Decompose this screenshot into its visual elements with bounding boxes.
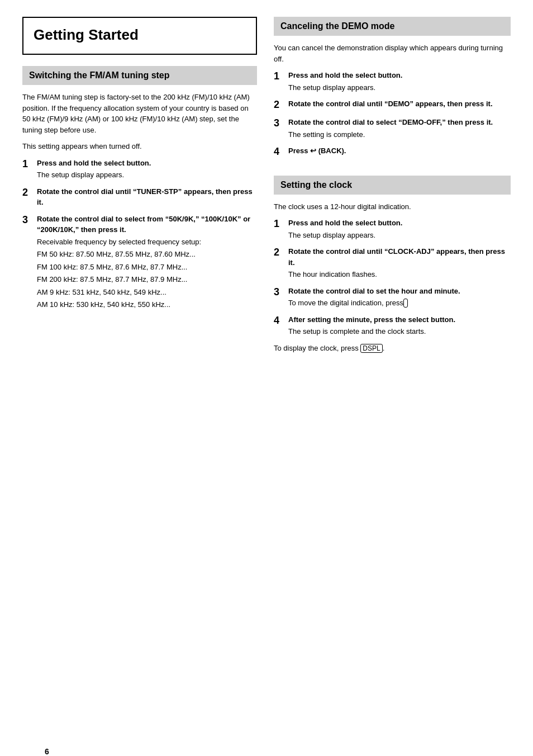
page-number: 6 <box>45 747 49 756</box>
demo-step-3: 3 Rotate the control dial to select “DEM… <box>274 117 511 140</box>
clock-step-4-title: After setting the minute, press the sele… <box>288 315 455 324</box>
step-3-sub: Receivable frequency by selected frequen… <box>37 237 257 248</box>
demo-step-3-title: Rotate the control dial to select “DEMO-… <box>288 118 493 126</box>
getting-started-box: Getting Started <box>22 17 257 55</box>
demo-step-num-2: 2 <box>274 98 286 111</box>
demo-step-2-content: Rotate the control dial until “DEMO” app… <box>288 98 511 110</box>
clock-step-1-content: Press and hold the select button. The se… <box>288 218 511 240</box>
clock-step-2-title: Rotate the control dial until “CLOCK-ADJ… <box>288 247 505 267</box>
step-1-sub: The setup display appears. <box>37 169 257 181</box>
step-number-1: 1 <box>22 158 35 171</box>
clock-step-4: 4 After setting the minute, press the se… <box>274 314 511 337</box>
step-2-title: Rotate the control dial until “TUNER-STP… <box>37 187 253 207</box>
clock-title: Setting the clock <box>280 180 504 190</box>
demo-step-4: 4 Press ↩ (BACK). <box>274 145 511 158</box>
demo-step-1-content: Press and hold the select button. The se… <box>288 70 511 93</box>
clock-footer-post: . <box>383 344 385 352</box>
clock-step-num-1: 1 <box>274 218 286 230</box>
step-3-title: Rotate the control dial to select from “… <box>37 215 250 234</box>
step-3-detail-3: AM 9 kHz: 531 kHz, 540 kHz, 549 kHz... <box>37 287 257 298</box>
clock-step-2-sub: The hour indication flashes. <box>288 269 511 280</box>
getting-started-title: Getting Started <box>34 26 246 44</box>
demo-intro: You can cancel the demonstration display… <box>274 42 511 64</box>
demo-steps: 1 Press and hold the select button. The … <box>274 70 511 159</box>
step-2-content: Rotate the control dial until “TUNER-STP… <box>37 186 257 208</box>
demo-step-2: 2 Rotate the control dial until “DEMO” a… <box>274 98 511 111</box>
clock-step-num-3: 3 <box>274 286 286 299</box>
clock-section-header: Setting the clock <box>274 176 511 195</box>
demo-step-1-title: Press and hold the select button. <box>288 71 402 79</box>
demo-step-num-1: 1 <box>274 70 286 83</box>
clock-step-1-title: Press and hold the select button. <box>288 219 402 227</box>
demo-step-1: 1 Press and hold the select button. The … <box>274 70 511 93</box>
step-3-detail-4: AM 10 kHz: 530 kHz, 540 kHz, 550 kHz... <box>37 299 257 310</box>
clock-steps: 1 Press and hold the select button. The … <box>274 218 511 337</box>
demo-step-num-3: 3 <box>274 117 286 130</box>
switching-title: Switching the FM/AM tuning step <box>29 70 250 81</box>
switching-step-1: 1 Press and hold the select button. The … <box>22 158 257 181</box>
step-3-content: Rotate the control dial to select from “… <box>37 214 257 310</box>
left-column: Getting Started Switching the FM/AM tuni… <box>22 17 257 359</box>
clock-step-2: 2 Rotate the control dial until “CLOCK-A… <box>274 246 511 280</box>
switching-section-header: Switching the FM/AM tuning step <box>22 66 257 85</box>
switching-steps: 1 Press and hold the select button. The … <box>22 158 257 310</box>
demo-section: Canceling the DEMO mode You can cancel t… <box>274 17 511 159</box>
clock-footer-pre: To display the clock, press <box>274 344 360 352</box>
step-number-2: 2 <box>22 186 35 199</box>
step-1-title: Press and hold the select button. <box>37 159 151 167</box>
demo-step-2-title: Rotate the control dial until “DEMO” app… <box>288 100 493 108</box>
demo-title: Canceling the DEMO mode <box>280 21 504 31</box>
switching-step-2: 2 Rotate the control dial until “TUNER-S… <box>22 186 257 208</box>
clock-step-1: 1 Press and hold the select button. The … <box>274 218 511 240</box>
step-1-content: Press and hold the select button. The se… <box>37 158 257 181</box>
demo-step-num-4: 4 <box>274 145 286 158</box>
clock-step-3-content: Rotate the control dial to set the hour … <box>288 286 511 309</box>
switching-intro: The FM/AM tuning step is factory-set to … <box>22 92 257 135</box>
demo-step-1-sub: The setup display appears. <box>288 82 511 93</box>
step-3-detail-2: FM 200 kHz: 87.5 MHz, 87.7 MHz, 87.9 MHz… <box>37 274 257 285</box>
clock-step-3-title: Rotate the control dial to set the hour … <box>288 287 460 295</box>
demo-step-3-content: Rotate the control dial to select “DEMO-… <box>288 117 511 140</box>
seek-button-label <box>403 299 408 308</box>
clock-section: Setting the clock The clock uses a 12-ho… <box>274 176 511 354</box>
step-3-detail-0: FM 50 kHz: 87.50 MHz, 87.55 MHz, 87.60 M… <box>37 249 257 260</box>
clock-step-2-content: Rotate the control dial until “CLOCK-ADJ… <box>288 246 511 280</box>
clock-step-1-sub: The setup display appears. <box>288 230 511 241</box>
demo-step-4-title: Press ↩ (BACK). <box>288 147 346 155</box>
dspl-button-label: DSPL <box>360 344 382 353</box>
clock-step-3: 3 Rotate the control dial to set the hou… <box>274 286 511 309</box>
clock-step-num-4: 4 <box>274 314 286 327</box>
step-3-detail-1: FM 100 kHz: 87.5 MHz, 87.6 MHz, 87.7 MHz… <box>37 262 257 273</box>
demo-step-3-sub: The setting is complete. <box>288 129 511 140</box>
demo-section-header: Canceling the DEMO mode <box>274 17 511 36</box>
clock-footer: To display the clock, press DSPL. <box>274 343 511 354</box>
clock-step-4-content: After setting the minute, press the sele… <box>288 314 511 337</box>
switching-step-3: 3 Rotate the control dial to select from… <box>22 214 257 310</box>
demo-step-4-content: Press ↩ (BACK). <box>288 145 511 157</box>
clock-step-4-sub: The setup is complete and the clock star… <box>288 326 511 337</box>
clock-step-3-sub: To move the digital indication, press <box>288 297 511 309</box>
right-column: Canceling the DEMO mode You can cancel t… <box>274 17 511 359</box>
switching-intro2: This setting appears when turned off. <box>22 141 257 152</box>
clock-intro: The clock uses a 12-hour digital indicat… <box>274 201 511 212</box>
step-number-3: 3 <box>22 214 35 226</box>
clock-step-num-2: 2 <box>274 246 286 259</box>
